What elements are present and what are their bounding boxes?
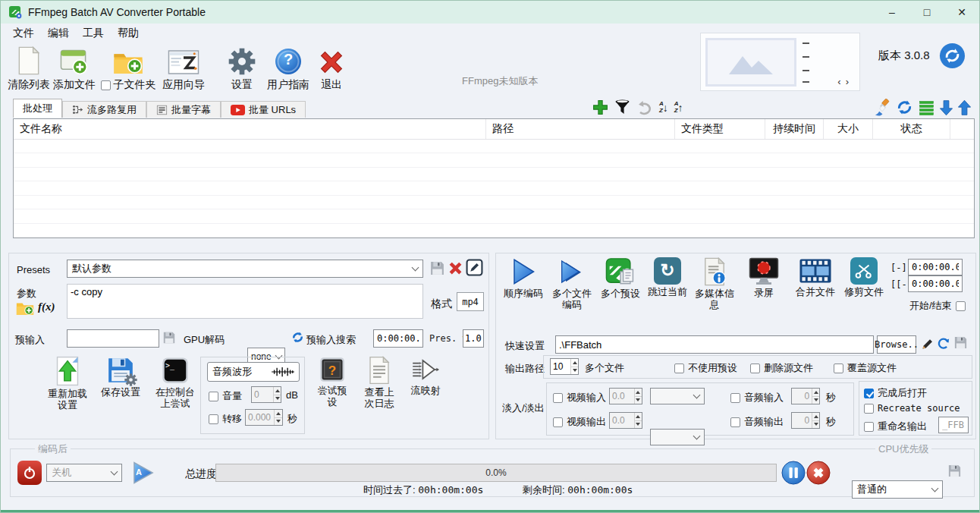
view-log-button[interactable]: 查看上次日志 [358, 356, 400, 410]
list-lines-icon[interactable] [919, 100, 934, 115]
media-info-button[interactable]: 多媒体信息 [690, 257, 739, 311]
col-path[interactable]: 路径 [486, 119, 675, 139]
auto-start-icon[interactable]: A [131, 461, 155, 488]
params-folder-add-icon[interactable] [16, 301, 34, 316]
stop-button[interactable] [806, 461, 831, 485]
refresh-list-icon[interactable] [896, 99, 913, 116]
reload-settings-button[interactable]: 重新加载设置 [44, 356, 91, 411]
edit-path-icon[interactable] [920, 335, 935, 352]
filter-icon[interactable] [614, 99, 630, 115]
volume-checkbox[interactable] [209, 392, 218, 401]
browse-button[interactable]: Browse.. [877, 335, 916, 354]
trim-files-button[interactable]: 修剪文件 [842, 257, 886, 311]
start-end-checkbox[interactable] [956, 301, 966, 311]
skip-current-button[interactable]: ↻ 跳过当前 [645, 257, 690, 311]
preview-prev-icon[interactable]: ‹ [837, 76, 845, 87]
save-path-icon[interactable] [953, 335, 968, 350]
preinput-save-icon[interactable] [162, 331, 176, 345]
update-check-button[interactable] [939, 42, 966, 69]
reset-path-icon[interactable] [937, 336, 950, 350]
sort-az-desc-icon[interactable]: AZ ↓ [659, 101, 668, 114]
sequential-encode-button[interactable]: 顺序编码 [499, 257, 548, 311]
audio-in-checkbox[interactable] [730, 393, 740, 403]
preview-next-icon[interactable]: › [846, 76, 853, 87]
shift-checkbox[interactable] [209, 414, 218, 424]
presets-combo[interactable]: 默认参数 [67, 260, 423, 278]
menu-help[interactable]: 帮助 [118, 27, 139, 40]
save-settings-button[interactable]: 保存设置 [99, 356, 143, 411]
after-encode-combo[interactable]: 关机 [46, 464, 122, 482]
try-console-button[interactable]: >_ 在控制台上尝试 [150, 356, 200, 411]
tab-subtitles[interactable]: 批量字幕 [146, 101, 221, 118]
trim-end-field[interactable] [908, 275, 963, 292]
audio-waveform-button[interactable]: 音频波形 [207, 362, 300, 382]
video-in-checkbox[interactable] [553, 393, 563, 403]
fx-icon[interactable]: f(x) [38, 301, 55, 313]
menu-file[interactable]: 文件 [13, 27, 34, 40]
col-duration[interactable]: 持续时间 [765, 119, 824, 139]
col-status[interactable]: 状态 [873, 119, 950, 139]
shutdown-power-button[interactable] [17, 461, 42, 485]
exit-button[interactable]: 退出 [313, 43, 350, 93]
tab-urls[interactable]: 批量 URLs [221, 101, 306, 118]
table-body[interactable] [14, 140, 974, 238]
add-files-button[interactable]: 添加文件 [51, 43, 98, 93]
format-value[interactable]: mp4 [457, 292, 484, 311]
col-filetype[interactable]: 文件类型 [675, 119, 765, 139]
open-when-done-checkbox[interactable] [864, 389, 874, 398]
subfolders-checkbox[interactable] [101, 80, 111, 90]
stream-map-button[interactable]: 流映射 [407, 356, 444, 410]
menu-edit[interactable]: 编辑 [48, 27, 69, 40]
user-guide-button[interactable]: ? 用户指南 [263, 43, 313, 93]
preset-edit-icon[interactable] [466, 259, 483, 276]
tab-batch[interactable]: 批处理 [13, 99, 62, 118]
video-out-checkbox[interactable] [553, 417, 563, 427]
screen-record-button[interactable]: 录屏 [739, 257, 789, 311]
trim-start-field[interactable] [908, 259, 963, 275]
undo-icon[interactable] [636, 100, 653, 115]
col-size[interactable]: 大小 [824, 119, 873, 139]
video-in-type-combo[interactable] [650, 388, 705, 404]
minimize-icon[interactable]: – [875, 1, 909, 24]
rename-suffix-field[interactable] [938, 417, 969, 433]
rename-output-checkbox[interactable] [864, 422, 874, 432]
no-preset-checkbox[interactable] [674, 364, 684, 373]
volume-spinner[interactable] [251, 386, 281, 403]
file-count-spinner[interactable] [550, 358, 579, 375]
sort-az-asc-icon[interactable]: AZ ↑ [674, 101, 683, 114]
col-filename[interactable]: 文件名称 [14, 119, 486, 139]
recreate-source-checkbox[interactable] [864, 404, 874, 414]
add-plus-icon[interactable] [592, 99, 608, 115]
close-icon[interactable]: ✕ [944, 1, 979, 24]
multi-file-encode-button[interactable]: 多个文件编码 [548, 257, 596, 311]
preset-save-icon[interactable] [429, 260, 445, 276]
video-in-spinner[interactable] [609, 388, 642, 404]
clear-list-button[interactable]: 清除列表 [7, 43, 51, 93]
brush-icon[interactable] [873, 99, 890, 116]
preinput-time-field[interactable] [373, 329, 423, 348]
try-preset-button[interactable]: ? 尝试预设 [313, 356, 352, 410]
preset-delete-icon[interactable] [448, 260, 463, 276]
cpu-save-icon[interactable] [947, 464, 962, 478]
audio-out-spinner[interactable] [791, 412, 820, 429]
move-down-icon[interactable] [940, 99, 953, 116]
audio-in-spinner[interactable] [791, 388, 820, 404]
params-textarea[interactable]: -c copy [67, 284, 423, 319]
overwrite-source-checkbox[interactable] [834, 364, 843, 373]
move-up-icon[interactable] [958, 99, 971, 116]
video-out-type-combo[interactable] [650, 429, 705, 445]
subfolders-toggle[interactable]: 子文件夹 [98, 43, 159, 93]
delete-source-checkbox[interactable] [750, 364, 760, 373]
maximize-icon[interactable]: □ [909, 1, 944, 24]
tab-mux[interactable]: 流多路复用 [62, 101, 146, 118]
preinput-field[interactable] [67, 329, 159, 348]
multi-preset-button[interactable]: 多个预设 [596, 257, 645, 311]
video-out-spinner[interactable] [609, 412, 642, 429]
output-folder-field[interactable] [555, 335, 874, 354]
preinput-search-refresh-icon[interactable] [291, 331, 304, 344]
cpu-priority-combo[interactable]: 普通的 [852, 480, 943, 499]
pause-button[interactable] [781, 461, 806, 485]
shift-spinner[interactable] [245, 409, 283, 426]
join-files-button[interactable]: 合并文件 [789, 257, 842, 311]
app-wizard-button[interactable]: 应用向导 [159, 43, 209, 93]
